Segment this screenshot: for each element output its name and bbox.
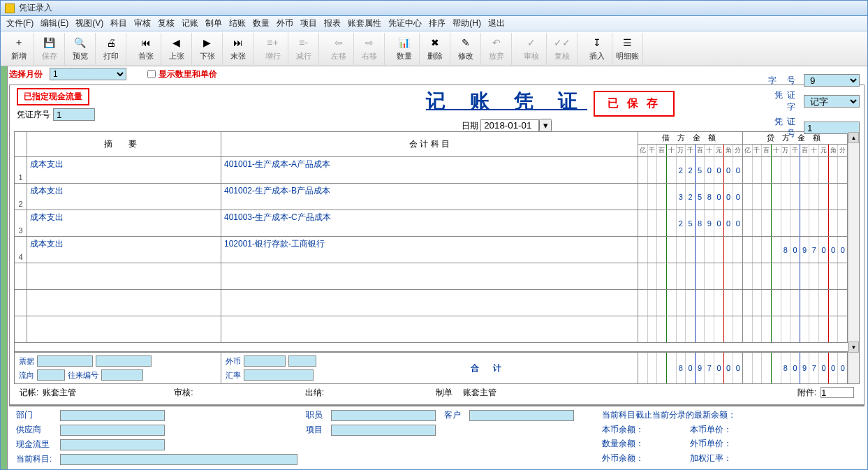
保存-icon: 💾 bbox=[43, 36, 57, 50]
date-label: 日期 bbox=[462, 121, 478, 131]
toolbar-预览[interactable]: 🔍预览 bbox=[65, 33, 96, 65]
num-label: 字 号 bbox=[765, 75, 800, 87]
menu-item[interactable]: 凭证中心 bbox=[388, 17, 422, 29]
col-account: 会 计 科 目 bbox=[221, 132, 638, 156]
cust-input[interactable] bbox=[469, 410, 574, 421]
menu-item[interactable]: 记账 bbox=[182, 17, 198, 29]
menu-item[interactable]: 外币 bbox=[277, 17, 293, 29]
menu-item[interactable]: 退出 bbox=[488, 17, 505, 29]
menubar: 文件(F)编辑(E)视图(V)科目审核复核记账制单结账数量外币项目报表账套属性凭… bbox=[1, 16, 867, 31]
toolbar-上张[interactable]: ◀上张 bbox=[161, 33, 192, 65]
toolbar-复核: ✓✓复核 bbox=[547, 33, 578, 65]
toolbar-末张[interactable]: ⏭末张 bbox=[223, 33, 253, 65]
新增-icon: ＋ bbox=[12, 36, 26, 50]
table-row[interactable] bbox=[15, 316, 848, 343]
rate-input[interactable] bbox=[244, 369, 314, 381]
bill-input[interactable] bbox=[37, 355, 93, 367]
menu-item[interactable]: 复核 bbox=[158, 17, 175, 29]
num-select[interactable]: 9 bbox=[804, 74, 860, 87]
toolbar-减行: ≡-减行 bbox=[288, 33, 319, 65]
menu-item[interactable]: 报表 bbox=[324, 17, 341, 29]
supplier-input[interactable] bbox=[60, 425, 165, 436]
删除-icon: ✖ bbox=[428, 36, 442, 50]
toolbar-审核: ✓审核 bbox=[516, 33, 547, 65]
左移-icon: ⇦ bbox=[332, 36, 346, 50]
menu-item[interactable]: 帮助(H) bbox=[453, 17, 481, 29]
table-row[interactable] bbox=[15, 263, 848, 290]
word-select[interactable]: 记字 bbox=[804, 95, 860, 108]
数量-icon: 📊 bbox=[397, 36, 411, 50]
明细账-icon: ☰ bbox=[621, 36, 635, 50]
saved-stamp: 已 保 存 bbox=[594, 91, 675, 117]
toolbar-左移: ⇦左移 bbox=[323, 33, 354, 65]
titlebar: 凭证录入 bbox=[1, 1, 867, 16]
末张-icon: ⏭ bbox=[231, 36, 245, 50]
首张-icon: ⏮ bbox=[139, 36, 153, 50]
增行-icon: ≡+ bbox=[266, 36, 280, 50]
bill-input-2[interactable] bbox=[96, 355, 152, 367]
插入-icon: ↧ bbox=[590, 36, 604, 50]
app-icon bbox=[5, 3, 15, 13]
toolbar-新增[interactable]: ＋新增 bbox=[3, 33, 34, 65]
toolbar-保存: 💾保存 bbox=[34, 33, 65, 65]
减行-icon: ≡- bbox=[297, 36, 311, 50]
attach-input[interactable] bbox=[821, 387, 854, 398]
toolbar-明细账[interactable]: ☰明细账 bbox=[612, 33, 643, 65]
上张-icon: ◀ bbox=[170, 36, 184, 50]
toolbar-插入[interactable]: ↧插入 bbox=[582, 33, 612, 65]
menu-item[interactable]: 编辑(E) bbox=[41, 17, 68, 29]
cashflow-indicator: 已指定现金流量 bbox=[17, 88, 89, 105]
peer-input[interactable] bbox=[101, 369, 143, 381]
toolbar: ＋新增💾保存🔍预览🖨打印⏮首张◀上张▶下张⏭末张≡+增行≡-减行⇦左移⇨右移📊数… bbox=[1, 31, 867, 66]
menu-item[interactable]: 账套属性 bbox=[348, 17, 381, 29]
table-row[interactable]: 2成本支出401002-生产成本-B产品成本3258000 bbox=[15, 184, 848, 210]
show-qty-checkbox[interactable]: 显示数里和单价 bbox=[147, 68, 217, 80]
menu-item[interactable]: 文件(F) bbox=[6, 17, 34, 29]
toolbar-修改[interactable]: ✎修改 bbox=[450, 33, 481, 65]
menu-item[interactable]: 项目 bbox=[300, 17, 317, 29]
menu-item[interactable]: 审核 bbox=[134, 17, 151, 29]
审核-icon: ✓ bbox=[524, 36, 538, 50]
toolbar-数量[interactable]: 📊数量 bbox=[389, 33, 420, 65]
menu-item[interactable]: 排序 bbox=[429, 17, 446, 29]
dept-input[interactable] bbox=[60, 410, 165, 421]
复核-icon: ✓✓ bbox=[555, 36, 569, 50]
fx-input[interactable] bbox=[244, 355, 286, 367]
toolbar-右移: ⇨右移 bbox=[354, 33, 385, 65]
table-row[interactable] bbox=[15, 290, 848, 316]
menu-item[interactable]: 视图(V) bbox=[75, 17, 103, 29]
scroll-up-button[interactable]: ▲ bbox=[848, 132, 859, 143]
month-label: 选择月份 bbox=[9, 68, 43, 80]
side-strip bbox=[1, 66, 8, 469]
下张-icon: ▶ bbox=[200, 36, 214, 50]
flow-input[interactable] bbox=[37, 369, 65, 381]
fx-input-2[interactable] bbox=[288, 355, 316, 367]
cashflow-input[interactable] bbox=[60, 439, 165, 450]
menu-item[interactable]: 数量 bbox=[253, 17, 270, 29]
menu-item[interactable]: 结账 bbox=[229, 17, 246, 29]
修改-icon: ✎ bbox=[459, 36, 473, 50]
cur-acct-input[interactable] bbox=[60, 454, 297, 465]
seq-input[interactable] bbox=[53, 108, 95, 121]
table-row[interactable]: 1成本支出401001-生产成本-A产品成本2250000 bbox=[15, 157, 848, 184]
window-title: 凭证录入 bbox=[19, 2, 52, 14]
scroll-down-button[interactable]: ▼ bbox=[848, 342, 859, 353]
toolbar-删除[interactable]: ✖删除 bbox=[420, 33, 450, 65]
table-row[interactable]: 4成本支出102001-银行存款-工商银行8097000 bbox=[15, 237, 848, 263]
date-dropdown-button[interactable]: ▾ bbox=[539, 119, 552, 132]
project-input[interactable] bbox=[331, 425, 436, 436]
menu-item[interactable]: 制单 bbox=[205, 17, 222, 29]
col-summary: 摘 要 bbox=[27, 132, 221, 156]
scrollbar[interactable]: ▲ ▼ bbox=[848, 132, 859, 383]
打印-icon: 🖨 bbox=[104, 36, 118, 50]
toolbar-打印[interactable]: 🖨打印 bbox=[96, 33, 126, 65]
table-row[interactable]: 3成本支出401003-生产成本-C产品成本2589000 bbox=[15, 210, 848, 237]
toolbar-增行: ≡+增行 bbox=[258, 33, 288, 65]
date-input[interactable] bbox=[480, 119, 539, 132]
toolbar-下张[interactable]: ▶下张 bbox=[192, 33, 223, 65]
seq-label: 凭证序号 bbox=[17, 109, 50, 121]
menu-item[interactable]: 科目 bbox=[110, 17, 127, 29]
toolbar-首张[interactable]: ⏮首张 bbox=[131, 33, 161, 65]
staff-input[interactable] bbox=[331, 410, 436, 421]
month-select[interactable]: 1 bbox=[50, 68, 126, 80]
